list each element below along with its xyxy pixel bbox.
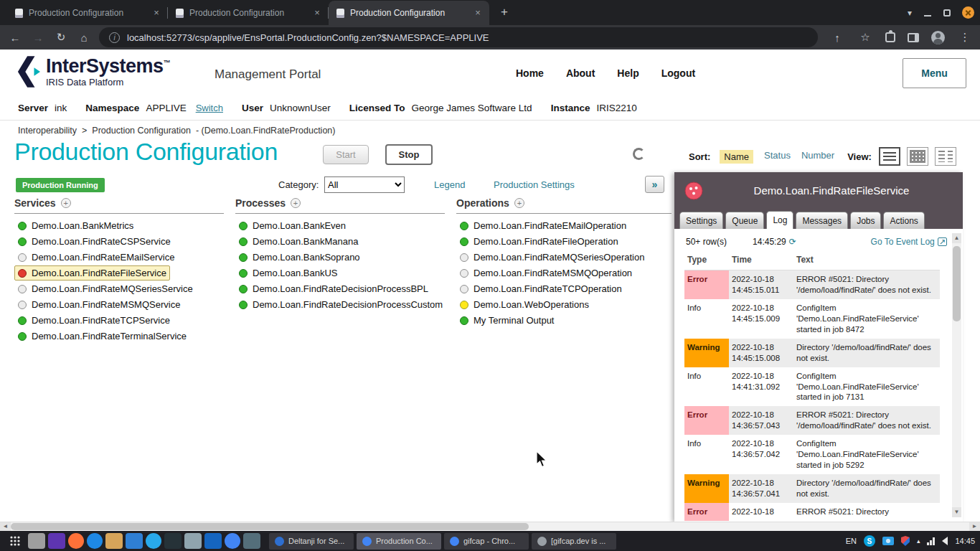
- browser-tab[interactable]: Production Configuration×: [168, 1, 329, 25]
- config-item[interactable]: Demo.Loan.FindRateTCPOperation: [456, 281, 626, 296]
- taskbar-window-button[interactable]: Production Co...: [357, 533, 441, 550]
- refresh-icon[interactable]: ⟳: [789, 237, 796, 247]
- legend-link[interactable]: Legend: [434, 179, 465, 190]
- telegram-icon[interactable]: [146, 533, 161, 549]
- breadcrumb-interoperability[interactable]: Interoperability: [18, 126, 77, 136]
- window-minimize-button[interactable]: [923, 9, 932, 17]
- production-settings-link[interactable]: Production Settings: [494, 179, 575, 190]
- camera-icon[interactable]: [882, 537, 894, 545]
- text-editor-icon[interactable]: [184, 533, 202, 549]
- add-item-plus-icon[interactable]: +: [514, 198, 524, 208]
- tab-close-icon[interactable]: ×: [472, 7, 484, 19]
- nav-link-home[interactable]: Home: [516, 67, 544, 79]
- switch-namespace-link[interactable]: Switch: [196, 103, 223, 113]
- taskbar-window-button[interactable]: Deltanji for Se...: [269, 533, 354, 550]
- tab-close-icon[interactable]: ×: [311, 7, 323, 19]
- media-player-icon[interactable]: [48, 533, 65, 549]
- skype-icon[interactable]: S: [864, 535, 875, 547]
- config-item[interactable]: Demo.Loan.FindRateDecisionProcessBPL: [235, 281, 432, 296]
- go-to-event-log-link[interactable]: Go To Event Log ↗: [871, 237, 947, 247]
- scroll-right-arrow-icon[interactable]: ►: [969, 522, 980, 531]
- config-item[interactable]: Demo.Loan.WebOperations: [456, 297, 593, 312]
- panel-tab-log[interactable]: Log: [766, 211, 793, 229]
- sort-option-number[interactable]: Number: [801, 150, 834, 164]
- share-icon[interactable]: ↑: [829, 32, 845, 44]
- panel-tab-settings[interactable]: Settings: [679, 212, 723, 229]
- panel-tab-queue[interactable]: Queue: [725, 212, 764, 229]
- network-signal-icon[interactable]: [927, 537, 935, 545]
- config-item[interactable]: Demo.Loan.FindRateEMailService: [14, 250, 178, 265]
- profile-avatar-icon[interactable]: [931, 31, 945, 44]
- extensions-puzzle-icon[interactable]: [885, 32, 895, 42]
- category-select[interactable]: All: [324, 176, 405, 193]
- language-indicator[interactable]: EN: [846, 537, 857, 545]
- config-item[interactable]: Demo.Loan.BankUS: [235, 265, 341, 281]
- tab-search-chevron-icon[interactable]: ▾: [908, 8, 912, 18]
- mail-icon[interactable]: [243, 533, 260, 549]
- tab-close-icon[interactable]: ×: [151, 7, 162, 19]
- config-item[interactable]: Demo.Loan.FindRateMSMQOperation: [456, 265, 636, 281]
- scroll-up-arrow-icon[interactable]: ▲: [952, 233, 961, 243]
- page-horizontal-scrollbar[interactable]: ◄ ►: [0, 522, 980, 531]
- config-item[interactable]: Demo.Loan.FindRateTerminalService: [14, 329, 190, 344]
- browser-menu-kebab-icon[interactable]: ⋮: [957, 31, 973, 44]
- config-item[interactable]: My Terminal Output: [456, 313, 557, 328]
- panel-tab-messages[interactable]: Messages: [796, 212, 848, 229]
- window-close-button[interactable]: [962, 6, 974, 19]
- browser-tab[interactable]: Production Configuration×: [7, 1, 168, 25]
- panel-scrollbar[interactable]: ▲ ▼: [952, 233, 961, 517]
- config-item[interactable]: Demo.Loan.FindRateFileOperation: [456, 234, 622, 249]
- view-split-button[interactable]: [935, 147, 956, 166]
- bookmark-star-icon[interactable]: ☆: [857, 31, 873, 44]
- config-item[interactable]: Demo.Loan.BankSoprano: [235, 250, 364, 265]
- config-item[interactable]: Demo.Loan.BankEven: [235, 218, 349, 233]
- start-button[interactable]: Start: [323, 145, 369, 164]
- breadcrumb-production-configuration[interactable]: Production Configuration: [92, 126, 191, 136]
- add-item-plus-icon[interactable]: +: [61, 198, 71, 208]
- vscode-icon[interactable]: [126, 533, 143, 549]
- config-item[interactable]: Demo.Loan.FindRateMSMQService: [14, 297, 184, 312]
- new-tab-button[interactable]: +: [495, 4, 514, 22]
- url-bar[interactable]: i localhost:52773/csp/applive/EnsPortal.…: [99, 27, 818, 47]
- view-list-button[interactable]: [879, 147, 900, 166]
- config-item[interactable]: Demo.Loan.FindRateCSPService: [14, 234, 174, 249]
- panel-tab-actions[interactable]: Actions: [883, 212, 924, 229]
- sort-option-status[interactable]: Status: [764, 150, 791, 164]
- stop-button[interactable]: Stop: [385, 144, 433, 165]
- config-item[interactable]: Demo.Loan.FindRateMQSeriesOperation: [456, 250, 648, 265]
- config-item[interactable]: Demo.Loan.FindRateTCPService: [14, 313, 174, 328]
- taskbar-window-button[interactable]: [gifcap.dev is ...: [532, 533, 616, 550]
- horizontal-scrollbar-thumb[interactable]: [11, 523, 529, 530]
- browser-tab[interactable]: Production Configuration×: [329, 1, 489, 25]
- config-item[interactable]: Demo.Loan.FindRateMQSeriesService: [14, 281, 197, 296]
- back-button[interactable]: ←: [7, 32, 23, 44]
- menu-button[interactable]: Menu: [903, 58, 966, 88]
- home-button[interactable]: ⌂: [76, 32, 92, 44]
- files-folder-icon[interactable]: [105, 533, 123, 549]
- terminal-icon[interactable]: [164, 533, 182, 549]
- file-manager-icon[interactable]: [28, 533, 45, 549]
- applications-menu-icon[interactable]: [5, 532, 25, 550]
- sort-option-name[interactable]: Name: [720, 150, 753, 164]
- nav-link-logout[interactable]: Logout: [661, 67, 695, 79]
- config-item[interactable]: Demo.Loan.FindRateFileService: [14, 265, 170, 281]
- config-item[interactable]: Demo.Loan.BankMetrics: [14, 218, 137, 233]
- tray-expand-icon[interactable]: ▴: [917, 537, 920, 545]
- side-panel-icon[interactable]: [908, 33, 919, 42]
- nav-link-about[interactable]: About: [566, 67, 595, 79]
- window-maximize-button[interactable]: [943, 9, 951, 17]
- scroll-left-arrow-icon[interactable]: ◄: [0, 522, 11, 531]
- nav-link-help[interactable]: Help: [617, 67, 639, 79]
- firefox-icon[interactable]: [68, 533, 84, 549]
- add-item-plus-icon[interactable]: +: [291, 198, 301, 208]
- scroll-down-arrow-icon[interactable]: ▼: [952, 507, 961, 517]
- chrome-icon[interactable]: [225, 533, 240, 549]
- panel-tab-jobs[interactable]: Jobs: [850, 212, 881, 229]
- forward-button[interactable]: →: [30, 32, 46, 44]
- view-grid-button[interactable]: [907, 147, 928, 166]
- config-item[interactable]: Demo.Loan.FindRateEMailOperation: [456, 218, 630, 233]
- config-item[interactable]: Demo.Loan.BankManana: [235, 234, 362, 249]
- virtualbox-icon[interactable]: [204, 533, 222, 549]
- browser-icon[interactable]: [87, 533, 103, 549]
- expand-panel-button[interactable]: »: [645, 176, 664, 193]
